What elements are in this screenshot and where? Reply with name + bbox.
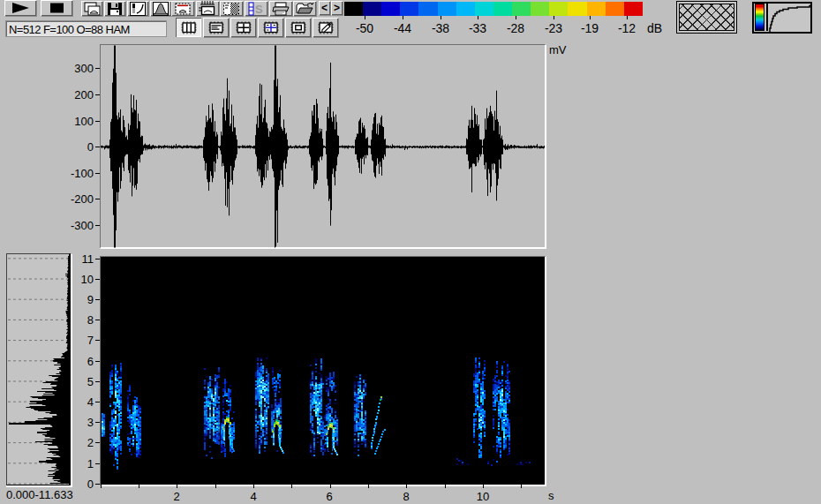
svg-text:S: S [255,3,263,16]
